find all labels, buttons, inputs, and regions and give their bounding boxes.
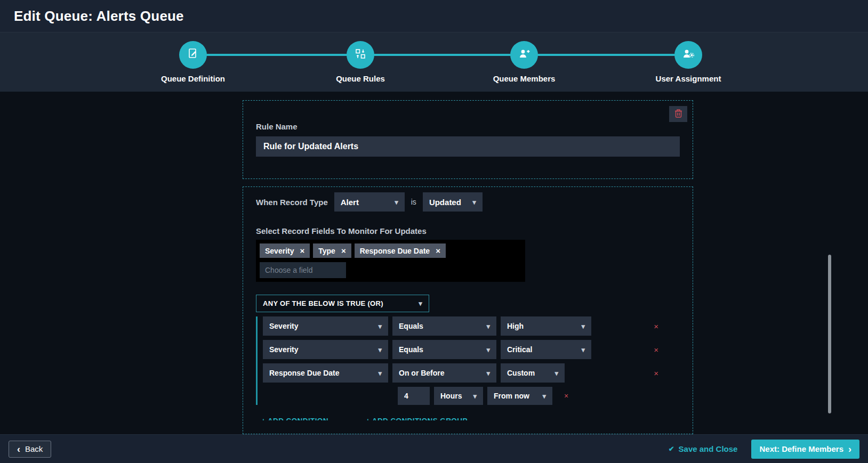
rule-name-section: Rule Name	[243, 100, 693, 179]
record-action-value: Updated	[429, 198, 461, 207]
wizard-stepper: Queue Definition Queue Rules	[0, 32, 868, 92]
condition-group-operator-dropdown[interactable]: ANY OF THE BELOW IS TRUE (OR) ▾	[256, 295, 429, 312]
check-icon: ✔	[669, 445, 674, 453]
step-queue-members[interactable]: Queue Members	[465, 41, 583, 83]
field-chips-row: Severity × Type × Response Due Date ×	[260, 243, 521, 258]
step-queue-definition[interactable]: Queue Definition	[134, 41, 252, 83]
document-edit-icon	[187, 47, 199, 62]
condition-operator-dropdown[interactable]: Equals ▾	[392, 316, 496, 336]
save-and-close-link[interactable]: ✔ Save and Close	[669, 444, 738, 453]
rule-name-label: Rule Name	[256, 122, 680, 131]
chip-close-icon[interactable]: ×	[341, 246, 346, 255]
record-type-value: Alert	[341, 198, 359, 207]
condition-field-dropdown[interactable]: Response Due Date ▾	[263, 363, 388, 383]
chip-label: Severity	[265, 247, 294, 255]
dropdown-value: Severity	[269, 322, 298, 330]
monitor-fields-label: Select Record Fields To Monitor For Upda…	[256, 226, 680, 235]
dropdown-value: Hours	[440, 392, 462, 400]
dropdown-value: Critical	[507, 345, 532, 354]
edit-queue-screen: Edit Queue: Alerts Queue Queue Definitio…	[0, 0, 868, 463]
step-label: Queue Rules	[302, 74, 419, 83]
step-label: User Assignment	[630, 74, 747, 83]
custom-date-row: Hours ▾ From now ▾ ×	[398, 387, 680, 405]
remove-condition-icon[interactable]: ×	[654, 322, 658, 331]
delete-rule-button[interactable]	[669, 106, 687, 122]
condition-field-dropdown[interactable]: Severity ▾	[263, 316, 388, 336]
step-circle[interactable]	[179, 41, 207, 69]
back-button[interactable]: ‹ Back	[9, 441, 51, 458]
condition-operator-dropdown[interactable]: Equals ▾	[392, 340, 496, 359]
chip-label: Response Due Date	[360, 247, 430, 255]
custom-amount-input[interactable]	[398, 387, 430, 405]
condition-value-dropdown[interactable]: Critical ▾	[501, 340, 591, 359]
step-user-assignment[interactable]: User Assignment	[630, 41, 747, 83]
remove-condition-icon[interactable]: ×	[654, 369, 658, 378]
chevron-down-icon: ▾	[378, 346, 382, 354]
condition-value-dropdown[interactable]: High ▾	[501, 316, 591, 336]
record-type-dropdown[interactable]: Alert ▾	[334, 192, 405, 212]
footer-actions: ✔ Save and Close Next: Define Members ›	[669, 440, 859, 459]
step-circle[interactable]	[674, 41, 702, 69]
add-condition-link[interactable]: + ADD CONDITION	[261, 417, 328, 420]
stepper-connector-line	[193, 54, 688, 56]
rule-name-input[interactable]	[256, 136, 680, 157]
when-record-type-label: When Record Type	[256, 198, 328, 207]
step-circle[interactable]	[347, 41, 374, 69]
step-circle[interactable]	[510, 41, 538, 69]
dropdown-value: Equals	[399, 345, 423, 354]
chevron-down-icon: ▾	[473, 392, 477, 400]
monitor-fields-box[interactable]: Severity × Type × Response Due Date ×	[256, 240, 525, 282]
step-label: Queue Members	[465, 74, 583, 83]
rule-conditions-section: When Record Type Alert ▾ is Updated ▾ Se…	[243, 186, 693, 434]
record-action-dropdown[interactable]: Updated ▾	[423, 192, 483, 212]
chevron-down-icon: ▾	[419, 299, 422, 307]
remove-custom-row-icon[interactable]: ×	[564, 392, 568, 400]
field-chip-response-due-date[interactable]: Response Due Date ×	[355, 243, 446, 258]
chevron-down-icon: ▾	[395, 198, 398, 206]
chip-close-icon[interactable]: ×	[300, 246, 304, 255]
dropdown-value: From now	[494, 392, 529, 400]
user-gear-icon	[682, 47, 695, 62]
chevron-down-icon: ▾	[581, 346, 585, 354]
chevron-down-icon: ▾	[472, 198, 476, 206]
custom-unit-dropdown[interactable]: Hours ▾	[434, 387, 483, 405]
condition-row: Severity ▾ Equals ▾ Critical ▾	[263, 340, 680, 359]
chevron-down-icon: ▾	[554, 369, 558, 377]
chevron-down-icon: ▾	[581, 322, 585, 330]
remove-condition-icon[interactable]: ×	[654, 345, 658, 354]
main-content: Rule Name When Record Type Alert ▾ is Up…	[0, 92, 868, 434]
chevron-left-icon: ‹	[17, 444, 20, 454]
scrollbar-thumb[interactable]	[828, 255, 831, 413]
add-conditions-group-link[interactable]: + ADD CONDITIONS GROUP	[366, 417, 468, 420]
chevron-down-icon: ▾	[486, 369, 490, 377]
condition-operator-dropdown[interactable]: On or Before ▾	[392, 363, 496, 383]
dropdown-value: Response Due Date	[269, 369, 339, 377]
footer-bar: ‹ Back ✔ Save and Close Next: Define Mem…	[0, 434, 868, 463]
choose-field-input[interactable]	[260, 262, 346, 278]
save-and-close-label: Save and Close	[679, 444, 738, 453]
chevron-down-icon: ▾	[378, 322, 382, 330]
dropdown-value: High	[507, 322, 524, 330]
add-links-row: + ADD CONDITION + ADD CONDITIONS GROUP	[261, 417, 680, 420]
when-record-row: When Record Type Alert ▾ is Updated ▾	[256, 192, 680, 212]
trash-icon	[674, 109, 682, 119]
rule-panel: Rule Name When Record Type Alert ▾ is Up…	[243, 100, 693, 434]
condition-value-dropdown[interactable]: Custom ▾	[501, 363, 565, 383]
chevron-down-icon: ▾	[486, 322, 490, 330]
field-chip-type[interactable]: Type ×	[313, 243, 351, 258]
field-chip-severity[interactable]: Severity ×	[260, 243, 310, 258]
condition-rows-group: Severity ▾ Equals ▾ High ▾ ×	[256, 316, 680, 405]
chip-close-icon[interactable]: ×	[436, 246, 440, 255]
dropdown-value: Custom	[507, 369, 535, 377]
condition-field-dropdown[interactable]: Severity ▾	[263, 340, 388, 359]
rule-conditions-inner: When Record Type Alert ▾ is Updated ▾ Se…	[256, 192, 680, 420]
is-label: is	[411, 198, 416, 206]
chevron-down-icon: ▾	[378, 369, 382, 377]
step-queue-rules[interactable]: Queue Rules	[302, 41, 419, 83]
next-define-members-button[interactable]: Next: Define Members ›	[751, 440, 859, 459]
dropdown-value: Equals	[399, 322, 423, 330]
custom-direction-dropdown[interactable]: From now ▾	[487, 387, 552, 405]
back-button-label: Back	[25, 444, 43, 453]
rules-icon	[354, 47, 367, 62]
chevron-down-icon: ▾	[486, 346, 490, 354]
